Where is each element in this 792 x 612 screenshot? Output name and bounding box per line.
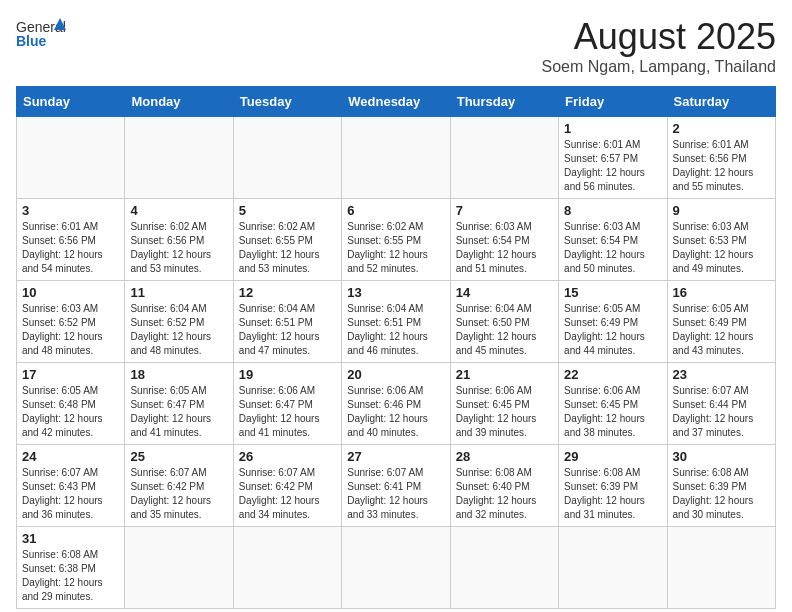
day-number: 6 [347,203,444,218]
calendar-cell: 5Sunrise: 6:02 AM Sunset: 6:55 PM Daylig… [233,199,341,281]
day-info: Sunrise: 6:05 AM Sunset: 6:47 PM Dayligh… [130,384,227,440]
day-info: Sunrise: 6:08 AM Sunset: 6:40 PM Dayligh… [456,466,553,522]
weekday-header-saturday: Saturday [667,87,775,117]
calendar-cell [233,117,341,199]
calendar-cell: 6Sunrise: 6:02 AM Sunset: 6:55 PM Daylig… [342,199,450,281]
day-number: 1 [564,121,661,136]
weekday-header-row: SundayMondayTuesdayWednesdayThursdayFrid… [17,87,776,117]
weekday-header-monday: Monday [125,87,233,117]
calendar-cell: 23Sunrise: 6:07 AM Sunset: 6:44 PM Dayli… [667,363,775,445]
day-number: 2 [673,121,770,136]
page-header: General Blue August 2025 Soem Ngam, Lamp… [16,16,776,76]
day-number: 5 [239,203,336,218]
calendar-cell [342,527,450,609]
day-number: 20 [347,367,444,382]
calendar-cell [450,117,558,199]
calendar-table: SundayMondayTuesdayWednesdayThursdayFrid… [16,86,776,609]
day-number: 31 [22,531,119,546]
day-number: 13 [347,285,444,300]
logo: General Blue [16,16,66,56]
calendar-cell: 27Sunrise: 6:07 AM Sunset: 6:41 PM Dayli… [342,445,450,527]
calendar-cell: 13Sunrise: 6:04 AM Sunset: 6:51 PM Dayli… [342,281,450,363]
calendar-week-2: 3Sunrise: 6:01 AM Sunset: 6:56 PM Daylig… [17,199,776,281]
day-number: 30 [673,449,770,464]
logo-svg: General Blue [16,16,66,56]
calendar-cell: 20Sunrise: 6:06 AM Sunset: 6:46 PM Dayli… [342,363,450,445]
day-number: 14 [456,285,553,300]
main-title: August 2025 [541,16,776,58]
day-info: Sunrise: 6:05 AM Sunset: 6:49 PM Dayligh… [673,302,770,358]
calendar-cell: 22Sunrise: 6:06 AM Sunset: 6:45 PM Dayli… [559,363,667,445]
day-number: 27 [347,449,444,464]
day-number: 4 [130,203,227,218]
day-number: 18 [130,367,227,382]
calendar-cell [233,527,341,609]
day-info: Sunrise: 6:04 AM Sunset: 6:50 PM Dayligh… [456,302,553,358]
day-info: Sunrise: 6:03 AM Sunset: 6:53 PM Dayligh… [673,220,770,276]
calendar-cell: 26Sunrise: 6:07 AM Sunset: 6:42 PM Dayli… [233,445,341,527]
svg-text:Blue: Blue [16,33,47,49]
calendar-cell [559,527,667,609]
day-number: 7 [456,203,553,218]
day-number: 15 [564,285,661,300]
day-info: Sunrise: 6:07 AM Sunset: 6:42 PM Dayligh… [130,466,227,522]
calendar-cell: 29Sunrise: 6:08 AM Sunset: 6:39 PM Dayli… [559,445,667,527]
calendar-cell: 1Sunrise: 6:01 AM Sunset: 6:57 PM Daylig… [559,117,667,199]
calendar-week-1: 1Sunrise: 6:01 AM Sunset: 6:57 PM Daylig… [17,117,776,199]
day-number: 24 [22,449,119,464]
calendar-cell: 21Sunrise: 6:06 AM Sunset: 6:45 PM Dayli… [450,363,558,445]
calendar-cell [125,527,233,609]
calendar-cell: 9Sunrise: 6:03 AM Sunset: 6:53 PM Daylig… [667,199,775,281]
calendar-cell [17,117,125,199]
day-info: Sunrise: 6:04 AM Sunset: 6:51 PM Dayligh… [347,302,444,358]
day-number: 25 [130,449,227,464]
day-info: Sunrise: 6:05 AM Sunset: 6:49 PM Dayligh… [564,302,661,358]
weekday-header-sunday: Sunday [17,87,125,117]
day-info: Sunrise: 6:07 AM Sunset: 6:42 PM Dayligh… [239,466,336,522]
calendar-cell [342,117,450,199]
day-number: 3 [22,203,119,218]
day-number: 8 [564,203,661,218]
day-info: Sunrise: 6:04 AM Sunset: 6:51 PM Dayligh… [239,302,336,358]
calendar-cell [667,527,775,609]
day-number: 19 [239,367,336,382]
calendar-cell: 31Sunrise: 6:08 AM Sunset: 6:38 PM Dayli… [17,527,125,609]
calendar-cell: 7Sunrise: 6:03 AM Sunset: 6:54 PM Daylig… [450,199,558,281]
calendar-cell: 12Sunrise: 6:04 AM Sunset: 6:51 PM Dayli… [233,281,341,363]
calendar-cell: 24Sunrise: 6:07 AM Sunset: 6:43 PM Dayli… [17,445,125,527]
calendar-cell: 15Sunrise: 6:05 AM Sunset: 6:49 PM Dayli… [559,281,667,363]
day-info: Sunrise: 6:02 AM Sunset: 6:56 PM Dayligh… [130,220,227,276]
day-number: 11 [130,285,227,300]
calendar-cell: 16Sunrise: 6:05 AM Sunset: 6:49 PM Dayli… [667,281,775,363]
calendar-cell: 3Sunrise: 6:01 AM Sunset: 6:56 PM Daylig… [17,199,125,281]
day-info: Sunrise: 6:06 AM Sunset: 6:47 PM Dayligh… [239,384,336,440]
calendar-cell: 19Sunrise: 6:06 AM Sunset: 6:47 PM Dayli… [233,363,341,445]
calendar-cell: 4Sunrise: 6:02 AM Sunset: 6:56 PM Daylig… [125,199,233,281]
day-info: Sunrise: 6:02 AM Sunset: 6:55 PM Dayligh… [347,220,444,276]
title-block: August 2025 Soem Ngam, Lampang, Thailand [541,16,776,76]
day-info: Sunrise: 6:06 AM Sunset: 6:46 PM Dayligh… [347,384,444,440]
calendar-week-3: 10Sunrise: 6:03 AM Sunset: 6:52 PM Dayli… [17,281,776,363]
calendar-cell: 2Sunrise: 6:01 AM Sunset: 6:56 PM Daylig… [667,117,775,199]
day-number: 9 [673,203,770,218]
day-info: Sunrise: 6:01 AM Sunset: 6:56 PM Dayligh… [673,138,770,194]
subtitle: Soem Ngam, Lampang, Thailand [541,58,776,76]
day-info: Sunrise: 6:06 AM Sunset: 6:45 PM Dayligh… [564,384,661,440]
calendar-cell: 28Sunrise: 6:08 AM Sunset: 6:40 PM Dayli… [450,445,558,527]
day-number: 17 [22,367,119,382]
day-info: Sunrise: 6:01 AM Sunset: 6:57 PM Dayligh… [564,138,661,194]
day-number: 12 [239,285,336,300]
day-number: 21 [456,367,553,382]
day-info: Sunrise: 6:08 AM Sunset: 6:39 PM Dayligh… [564,466,661,522]
day-info: Sunrise: 6:03 AM Sunset: 6:54 PM Dayligh… [564,220,661,276]
calendar-cell: 17Sunrise: 6:05 AM Sunset: 6:48 PM Dayli… [17,363,125,445]
day-number: 29 [564,449,661,464]
weekday-header-tuesday: Tuesday [233,87,341,117]
calendar-week-5: 24Sunrise: 6:07 AM Sunset: 6:43 PM Dayli… [17,445,776,527]
day-info: Sunrise: 6:03 AM Sunset: 6:52 PM Dayligh… [22,302,119,358]
day-number: 26 [239,449,336,464]
calendar-cell [125,117,233,199]
day-info: Sunrise: 6:05 AM Sunset: 6:48 PM Dayligh… [22,384,119,440]
day-info: Sunrise: 6:02 AM Sunset: 6:55 PM Dayligh… [239,220,336,276]
calendar-cell: 11Sunrise: 6:04 AM Sunset: 6:52 PM Dayli… [125,281,233,363]
